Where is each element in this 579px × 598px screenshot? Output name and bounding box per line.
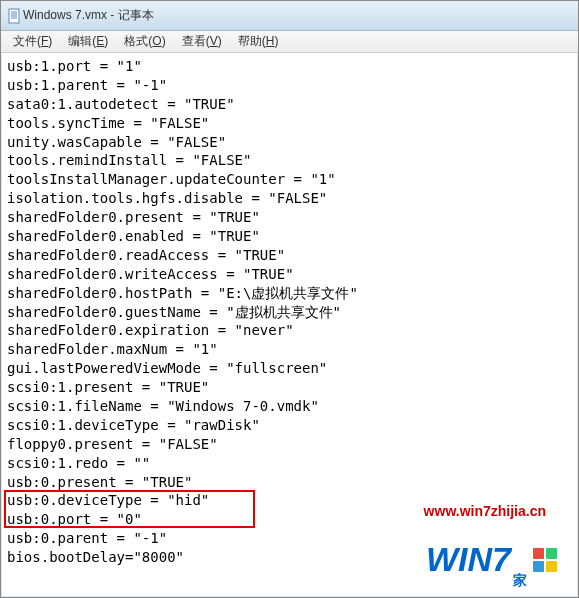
menu-format[interactable]: 格式(O) bbox=[116, 31, 173, 52]
notepad-window: Windows 7.vmx - 记事本 文件(F) 编辑(E) 格式(O) 查看… bbox=[0, 0, 579, 598]
menu-view[interactable]: 查看(V) bbox=[174, 31, 230, 52]
menubar: 文件(F) 编辑(E) 格式(O) 查看(V) 帮助(H) bbox=[1, 31, 578, 53]
titlebar[interactable]: Windows 7.vmx - 记事本 bbox=[1, 1, 578, 31]
notepad-icon bbox=[7, 8, 23, 24]
watermark-logo: WIN7 家 bbox=[426, 540, 558, 579]
menu-edit[interactable]: 编辑(E) bbox=[60, 31, 116, 52]
menu-help[interactable]: 帮助(H) bbox=[230, 31, 287, 52]
menu-file[interactable]: 文件(F) bbox=[5, 31, 60, 52]
watermark-url: www.win7zhijia.cn bbox=[424, 503, 546, 519]
windows-flag-icon bbox=[532, 547, 558, 573]
window-title: Windows 7.vmx - 记事本 bbox=[23, 7, 154, 24]
logo-text: WIN7 bbox=[426, 540, 511, 579]
